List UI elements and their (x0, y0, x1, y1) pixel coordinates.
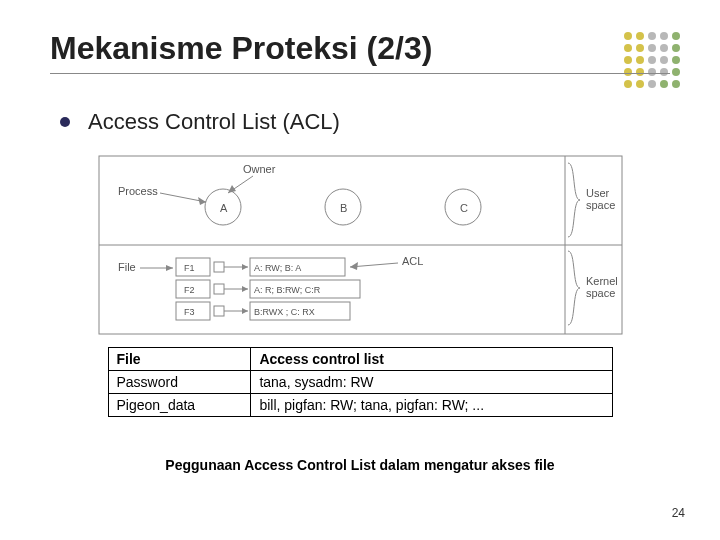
svg-text:space: space (586, 199, 615, 211)
svg-marker-55 (350, 262, 358, 270)
svg-rect-43 (214, 284, 224, 294)
svg-marker-46 (242, 264, 248, 270)
slide-title: Mekanisme Proteksi (2/3) (50, 30, 670, 67)
table-row: Password tana, sysadm: RW (108, 371, 612, 394)
page-number: 24 (672, 506, 685, 520)
acl-example-table: File Access control list Password tana, … (108, 347, 613, 417)
svg-point-14 (672, 56, 680, 64)
acl-pointer-label: ACL (402, 255, 423, 267)
cell-acl: bill, pigfan: RW; tana, pigfan: RW; ... (251, 394, 612, 417)
svg-point-23 (660, 80, 668, 88)
node-b: B (340, 202, 347, 214)
svg-marker-50 (242, 308, 248, 314)
cell-acl: tana, sysadm: RW (251, 371, 612, 394)
file-f2: F2 (184, 285, 195, 295)
svg-rect-44 (214, 306, 224, 316)
acl-diagram: Process Owner A B C User space Kernel sp… (98, 155, 623, 335)
svg-text:space: space (586, 287, 615, 299)
owner-label: Owner (243, 163, 276, 175)
cell-file: Pigeon_data (108, 394, 251, 417)
svg-marker-38 (166, 265, 173, 271)
bullet-item: Access Control List (ACL) (60, 109, 670, 135)
svg-point-9 (672, 44, 680, 52)
cell-file: Password (108, 371, 251, 394)
svg-point-21 (636, 80, 644, 88)
node-c: C (460, 202, 468, 214)
node-a: A (220, 202, 228, 214)
bullet-dot-icon (60, 117, 70, 127)
file-f3: F3 (184, 307, 195, 317)
user-space-label: User (586, 187, 610, 199)
svg-point-19 (672, 68, 680, 76)
figure-caption: Peggunaan Access Control List dalam meng… (50, 457, 670, 473)
svg-rect-42 (214, 262, 224, 272)
process-label: Process (118, 185, 158, 197)
svg-point-22 (648, 80, 656, 88)
svg-point-4 (672, 32, 680, 40)
acl-row-2: A: R; B:RW; C:R (254, 285, 321, 295)
acl-row-1: A: RW; B: A (254, 263, 301, 273)
file-f1: F1 (184, 263, 195, 273)
col-file: File (108, 348, 251, 371)
acl-row-3: B:RWX ; C: RX (254, 307, 315, 317)
svg-marker-48 (242, 286, 248, 292)
svg-point-20 (624, 80, 632, 88)
file-label: File (118, 261, 136, 273)
table-header-row: File Access control list (108, 348, 612, 371)
title-underline (50, 73, 670, 74)
col-acl: Access control list (251, 348, 612, 371)
table-row: Pigeon_data bill, pigfan: RW; tana, pigf… (108, 394, 612, 417)
svg-point-24 (672, 80, 680, 88)
kernel-space-label: Kernel (586, 275, 618, 287)
bullet-text: Access Control List (ACL) (88, 109, 340, 135)
